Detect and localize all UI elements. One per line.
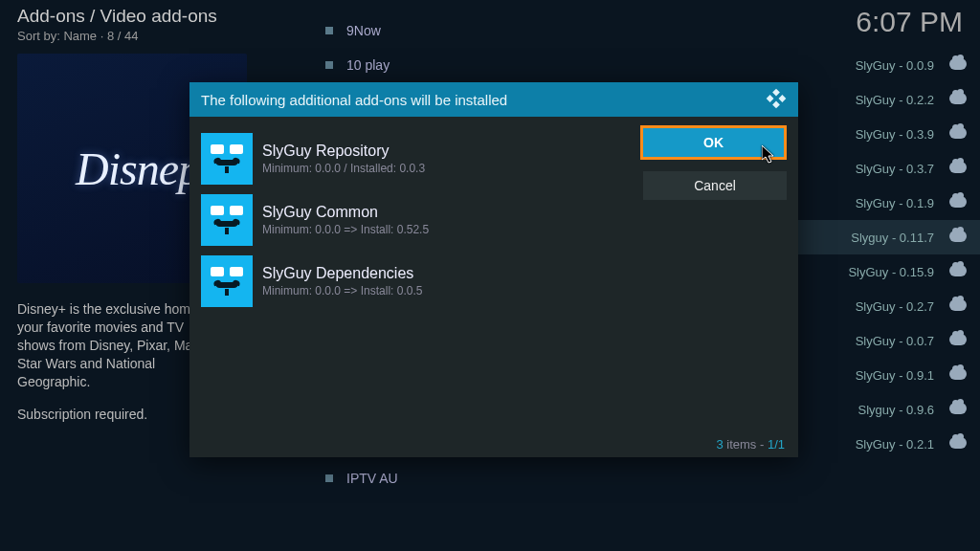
bullet-icon [325,61,333,69]
dependency-list: SlyGuy RepositoryMinimum: 0.0.0 / Instal… [201,128,641,446]
dependency-item[interactable]: SlyGuy CommonMinimum: 0.0.0 => Install: … [201,189,641,251]
cancel-button[interactable]: Cancel [643,171,787,200]
svg-rect-0 [772,88,780,96]
addon-source: Slyguy - 0.11.7 [851,231,934,245]
addon-name: IPTV AU [346,471,398,486]
slyguy-icon [201,133,253,185]
cloud-download-icon [949,402,967,417]
dialog-title-bar: The following additional add-ons will be… [189,82,798,117]
cloud-download-icon [949,230,967,245]
dependency-version: Minimum: 0.0.0 => Install: 0.52.5 [262,223,429,236]
cloud-download-icon [949,126,967,142]
addon-source: SlyGuy - 0.2.1 [856,437,934,452]
disney-logo: Disnep [76,143,200,195]
cloud-download-icon [949,92,967,107]
addon-name: 10 play [346,57,390,73]
cloud-download-icon [949,333,967,348]
list-item[interactable]: IPTV AU [316,461,980,496]
cloud-download-icon [949,264,967,279]
dependency-name: SlyGuy Common [262,204,429,221]
dependency-version: Minimum: 0.0.0 / Installed: 0.0.3 [262,162,425,175]
addon-source: SlyGuy - 0.0.9 [856,58,934,73]
cloud-download-icon [949,195,967,210]
dependency-name: SlyGuy Repository [262,143,425,160]
kodi-logo-icon [766,88,787,112]
slyguy-icon [201,255,253,307]
cloud-download-icon [949,161,967,176]
list-item[interactable]: 9Now [316,13,980,48]
addon-source: SlyGuy - 0.1.9 [856,196,934,210]
bullet-icon [325,474,333,482]
addon-name: 9Now [346,23,381,38]
list-item[interactable]: 10 playSlyGuy - 0.0.9 [316,48,980,82]
bullet-icon [325,27,333,34]
dependency-version: Minimum: 0.0.0 => Install: 0.0.5 [262,284,422,298]
cloud-download-icon [949,57,967,73]
addon-source: SlyGuy - 0.2.7 [856,299,934,314]
svg-rect-3 [772,100,780,108]
addon-description-2: Subscription required. [17,406,218,424]
addon-description: Disney+ is the exclusive home of your fa… [17,300,218,390]
addon-source: SlyGuy - 0.3.9 [856,127,934,142]
addon-source: SlyGuy - 0.9.1 [856,368,934,383]
dependency-item[interactable]: SlyGuy DependenciesMinimum: 0.0.0 => Ins… [201,251,641,312]
svg-rect-1 [767,95,774,102]
addon-source: SlyGuy - 0.15.9 [848,265,934,279]
dependency-name: SlyGuy Dependencies [262,265,422,282]
addon-source: Slyguy - 0.9.6 [858,403,935,417]
dialog-item-count: 3 items - 1/1 [716,437,785,452]
cloud-download-icon [949,367,967,383]
addon-source: SlyGuy - 0.0.7 [856,334,934,348]
slyguy-icon [201,194,253,246]
install-dialog: The following additional add-ons will be… [189,82,798,457]
addon-source: SlyGuy - 0.3.7 [856,162,934,176]
dependency-item[interactable]: SlyGuy RepositoryMinimum: 0.0.0 / Instal… [201,128,641,189]
cloud-download-icon [949,298,967,314]
svg-rect-2 [779,95,787,102]
cloud-download-icon [949,436,967,452]
dialog-title: The following additional add-ons will be… [201,92,507,108]
addon-source: SlyGuy - 0.2.2 [856,93,934,107]
